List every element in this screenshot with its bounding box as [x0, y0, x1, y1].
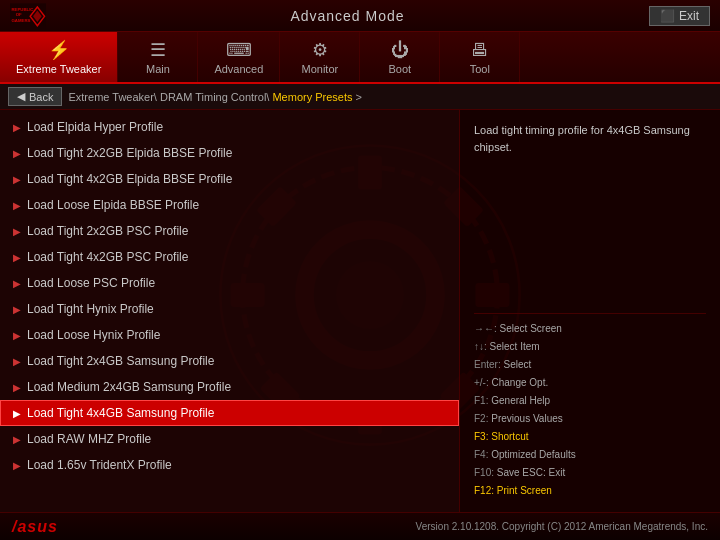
shortcut-value: Select Screen [500, 323, 562, 334]
shortcut-line: F4: Optimized Defaults [474, 446, 706, 464]
shortcut-line: F2: Previous Values [474, 410, 706, 428]
nav-tab-label-tool: Tool [470, 63, 490, 75]
shortcut-key: →←: [474, 323, 500, 334]
shortcut-value: Print Screen [497, 485, 552, 496]
menu-item-label: Load Medium 2x4GB Samsung Profile [27, 380, 231, 394]
menu-item-arrow: ▶ [13, 278, 21, 289]
menu-item-arrow: ▶ [13, 460, 21, 471]
svg-text:REPUBLIC: REPUBLIC [11, 6, 33, 11]
menu-item[interactable]: ▶Load Medium 2x4GB Samsung Profile [0, 374, 459, 400]
footer: /asus Version 2.10.1208. Copyright (C) 2… [0, 512, 720, 540]
menu-item-arrow: ▶ [13, 330, 21, 341]
shortcut-line: →←: Select Screen [474, 320, 706, 338]
nav-tab-main[interactable]: ☰Main [118, 32, 198, 82]
svg-text:OF: OF [16, 12, 22, 17]
menu-item[interactable]: ▶Load Elpida Hyper Profile [0, 114, 459, 140]
menu-item-label: Load Tight 2x2GB Elpida BBSE Profile [27, 146, 232, 160]
menu-item-label: Load Elpida Hyper Profile [27, 120, 163, 134]
shortcut-key: +/-: [474, 377, 492, 388]
menu-item-arrow: ▶ [13, 356, 21, 367]
menu-item-label: Load RAW MHZ Profile [27, 432, 151, 446]
nav-tab-monitor[interactable]: ⚙Monitor [280, 32, 360, 82]
extreme-tweaker-icon: ⚡ [48, 39, 70, 61]
menu-item[interactable]: ▶Load Tight 4x2GB PSC Profile [0, 244, 459, 270]
menu-item-label: Load Loose Elpida BBSE Profile [27, 198, 199, 212]
breadcrumb-active: Memory Presets [272, 91, 352, 103]
menu-item-arrow: ▶ [13, 382, 21, 393]
menu-item[interactable]: ▶Load Tight 4x2GB Elpida BBSE Profile [0, 166, 459, 192]
shortcut-key: F2: [474, 413, 491, 424]
tool-icon: 🖶 [471, 40, 489, 61]
shortcut-line: ↑↓: Select Item [474, 338, 706, 356]
menu-item-arrow: ▶ [13, 226, 21, 237]
main-content: ▶Load Elpida Hyper Profile▶Load Tight 2x… [0, 110, 720, 512]
nav-tab-advanced[interactable]: ⌨Advanced [198, 32, 280, 82]
main-icon: ☰ [150, 39, 166, 61]
nav-tabs: ⚡Extreme Tweaker☰Main⌨Advanced⚙Monitor⏻B… [0, 32, 720, 84]
rog-logo: REPUBLIC OF GAMERS [10, 2, 46, 30]
shortcut-value: Save ESC: Exit [497, 467, 565, 478]
shortcut-key: F10: [474, 467, 497, 478]
menu-item-arrow: ▶ [13, 252, 21, 263]
exit-button[interactable]: ⬛ Exit [649, 6, 710, 26]
shortcut-line: F3: Shortcut [474, 428, 706, 446]
menu-item-label: Load Tight 2x4GB Samsung Profile [27, 354, 214, 368]
advanced-icon: ⌨ [226, 39, 252, 61]
menu-item[interactable]: ▶Load Tight 2x4GB Samsung Profile [0, 348, 459, 374]
shortcut-key: ↑↓: [474, 341, 490, 352]
menu-item-label: Load Tight 4x2GB PSC Profile [27, 250, 188, 264]
menu-item-label: Load Tight 4x4GB Samsung Profile [27, 406, 214, 420]
menu-item[interactable]: ▶Load Tight 2x2GB Elpida BBSE Profile [0, 140, 459, 166]
menu-item[interactable]: ▶Load Loose Hynix Profile [0, 322, 459, 348]
info-description: Load tight timing profile for 4x4GB Sams… [474, 122, 706, 155]
shortcut-value: Change Opt. [492, 377, 549, 388]
menu-item[interactable]: ▶Load Loose Elpida BBSE Profile [0, 192, 459, 218]
menu-item[interactable]: ▶Load Tight 2x2GB PSC Profile [0, 218, 459, 244]
breadcrumb: Extreme Tweaker\ DRAM Timing Control\ Me… [68, 91, 362, 103]
menu-item-label: Load Loose PSC Profile [27, 276, 155, 290]
monitor-icon: ⚙ [312, 39, 328, 61]
shortcut-line: F10: Save ESC: Exit [474, 464, 706, 482]
shortcut-line: Enter: Select [474, 356, 706, 374]
nav-tab-tool[interactable]: 🖶Tool [440, 32, 520, 82]
svg-text:GAMERS: GAMERS [11, 18, 30, 23]
shortcut-key: F12: [474, 485, 497, 496]
menu-item[interactable]: ▶Load Loose PSC Profile [0, 270, 459, 296]
menu-item-arrow: ▶ [13, 200, 21, 211]
menu-item-label: Load Tight 4x2GB Elpida BBSE Profile [27, 172, 232, 186]
asus-logo: /asus [12, 518, 58, 536]
menu-item[interactable]: ▶Load Tight 4x4GB Samsung Profile [0, 400, 459, 426]
shortcut-value: Previous Values [491, 413, 563, 424]
shortcut-line: F12: Print Screen [474, 482, 706, 500]
back-arrow-icon: ◀ [17, 90, 25, 103]
menu-item[interactable]: ▶Load Tight Hynix Profile [0, 296, 459, 322]
shortcut-line: +/-: Change Opt. [474, 374, 706, 392]
menu-item-arrow: ▶ [13, 148, 21, 159]
header-title: Advanced Mode [46, 8, 649, 24]
menu-item-arrow: ▶ [13, 122, 21, 133]
shortcut-value: Optimized Defaults [491, 449, 575, 460]
shortcut-divider [474, 313, 706, 314]
nav-tab-boot[interactable]: ⏻Boot [360, 32, 440, 82]
menu-item[interactable]: ▶Load 1.65v TridentX Profile [0, 452, 459, 478]
shortcut-key: F1: [474, 395, 491, 406]
version-text: Version 2.10.1208. Copyright (C) 2012 Am… [416, 521, 708, 532]
header: REPUBLIC OF GAMERS Advanced Mode ⬛ Exit [0, 0, 720, 32]
shortcut-key: F3: [474, 431, 491, 442]
nav-tab-extreme-tweaker[interactable]: ⚡Extreme Tweaker [0, 32, 118, 82]
exit-icon: ⬛ [660, 9, 675, 23]
info-panel: Load tight timing profile for 4x4GB Sams… [460, 110, 720, 512]
nav-tab-label-extreme-tweaker: Extreme Tweaker [16, 63, 101, 75]
menu-item-arrow: ▶ [13, 408, 21, 419]
nav-tab-label-monitor: Monitor [301, 63, 338, 75]
menu-item-arrow: ▶ [13, 434, 21, 445]
boot-icon: ⏻ [391, 40, 409, 61]
menu-item-label: Load Tight 2x2GB PSC Profile [27, 224, 188, 238]
shortcut-value: General Help [491, 395, 550, 406]
menu-item[interactable]: ▶Load RAW MHZ Profile [0, 426, 459, 452]
back-button[interactable]: ◀ Back [8, 87, 62, 106]
shortcut-key: F4: [474, 449, 491, 460]
shortcut-key: Enter: [474, 359, 503, 370]
shortcut-value: Select [503, 359, 531, 370]
menu-panel: ▶Load Elpida Hyper Profile▶Load Tight 2x… [0, 110, 460, 512]
